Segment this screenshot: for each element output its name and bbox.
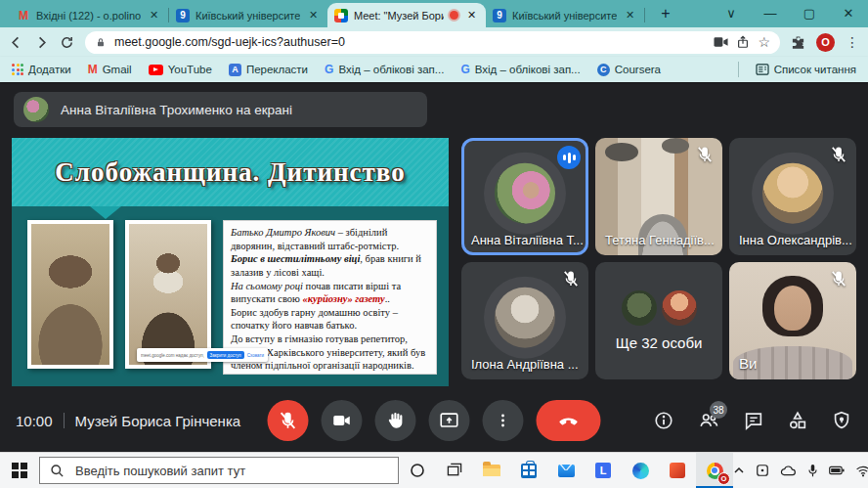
bookmark-label: Перекласти [246,64,308,75]
translate-icon: A [229,64,241,76]
browser-menu-icon[interactable]: ⋮ [846,34,859,50]
tab-gmail[interactable]: M Вхідні (122) - o.polinok@k ✕ [10,3,168,27]
youtube-icon [149,65,163,75]
meeting-details-icon[interactable] [653,410,674,431]
bookmark-label: Додатки [28,64,71,75]
tab-university-1[interactable]: 9 Київський університет ім ✕ [169,3,327,27]
profile-avatar[interactable]: O [816,33,835,52]
meeting-meta: 10:00 Музей Бориса Грінченка [16,413,240,429]
participants-icon[interactable]: 38 [697,410,720,431]
bookmarks-divider [738,62,739,77]
bookmark-apps[interactable]: Додатки [12,64,71,75]
participant-tile-ilona[interactable]: Ілона Андріївна ... [461,262,588,379]
start-button[interactable] [0,453,39,488]
windows-logo-icon [12,463,27,478]
bookmark-label: Вхід – облікові зап... [338,64,444,75]
task-view-button[interactable] [436,453,473,488]
tab-close-icon[interactable]: ✕ [623,8,637,22]
meeting-name: Музей Бориса Грінченка [75,413,241,429]
wifi-icon[interactable] [855,465,868,477]
stage: Слобожанщина. Дитинство Батько Дмитро Як… [12,138,856,386]
battery-icon[interactable] [829,466,845,475]
overflow-content: Ще 32 особи [595,262,722,379]
participant-tile-anna[interactable]: Анна Віталіївна Т... [461,138,588,255]
meta-divider [64,413,65,428]
mail-app-icon[interactable] [547,453,585,488]
raise-hand-button[interactable] [375,400,416,441]
tab-close-icon[interactable]: ✕ [147,8,161,22]
chrome-profile-badge: O [717,472,730,485]
tab-university-2[interactable]: 9 Київський університет ім ✕ [486,3,644,27]
office-icon[interactable] [659,453,696,488]
taskbar-search[interactable] [39,457,399,484]
chrome-taskbar-icon[interactable]: O [696,453,733,488]
host-controls-icon[interactable] [831,410,852,431]
extensions-icon[interactable] [791,35,805,50]
more-options-button[interactable] [483,400,524,441]
bookmark-star-icon[interactable]: ☆ [758,35,770,49]
participant-tile-self[interactable]: Ви [729,262,856,379]
camera-toggle-button[interactable] [322,400,363,441]
bookmark-translate[interactable]: A Перекласти [229,64,308,76]
participants-count-badge: 38 [710,401,727,419]
l-app-icon[interactable]: L [585,453,622,488]
mic-off-icon [829,269,848,288]
bookmark-google-signin-1[interactable]: G Вхід – облікові зап... [325,63,444,76]
browser-toolbar: meet.google.com/sgd-uejk-ics?authuser=0 … [0,27,868,57]
share-icon[interactable] [736,35,750,49]
tab-title: Київський університет ім [195,10,300,22]
hidden-icons-chevron[interactable] [733,466,745,475]
chat-icon[interactable] [743,410,764,431]
bookmark-label: Gmail [103,64,132,75]
search-input[interactable] [73,463,388,479]
participant-tile-overflow[interactable]: Ще 32 особи [595,262,722,379]
tab-close-icon[interactable]: ✕ [464,8,479,22]
avatar [662,290,697,326]
end-call-button[interactable] [537,400,601,441]
stop-sharing-button: Закрити доступ [207,351,244,359]
microsoft-store-icon[interactable] [510,453,547,488]
close-window-button[interactable]: ✕ [829,0,868,27]
url-bar[interactable]: meet.google.com/sgd-uejk-ics?authuser=0 … [85,31,780,54]
slide-header-notch [90,206,121,219]
edge-icon[interactable] [622,453,659,488]
cortana-button[interactable] [399,453,436,488]
tray-mic-icon[interactable] [807,464,818,477]
maximize-button[interactable]: ▢ [790,0,829,27]
reload-icon[interactable] [60,35,74,50]
avatar-ring [484,153,566,235]
new-tab-button[interactable]: + [653,1,678,26]
reading-list-icon [756,64,769,75]
mic-toggle-button[interactable] [268,400,309,441]
bookmark-gmail[interactable]: M Gmail [88,63,132,76]
participant-tile-tetiana[interactable]: Тетяна Геннадіїв... [595,138,722,255]
bookmark-label: YouTube [168,64,212,75]
tab-title: Вхідні (122) - o.polinok@k [36,10,141,22]
tab-search-icon[interactable]: ∨ [712,0,751,27]
bookmark-youtube[interactable]: YouTube [149,64,212,75]
tab-title: Київський університет ім [512,10,617,22]
avatar [622,290,657,326]
presenter-avatar [23,97,49,122]
share-bar-message: meet.google.com надає доступ до вашого е… [141,353,204,358]
bookmark-coursera[interactable]: C Coursera [597,64,661,76]
tab-close-icon[interactable]: ✕ [306,8,321,22]
tab-meet-active[interactable]: Meet: "Музей Бориса ✕ [327,3,486,27]
forward-icon[interactable] [34,35,49,50]
minimize-button[interactable]: — [751,0,790,27]
present-screen-button[interactable] [429,400,470,441]
presentation-tile[interactable]: Слобожанщина. Дитинство Батько Дмитро Як… [12,138,449,386]
participant-tile-inna[interactable]: Інна Олександрів... [729,138,856,255]
tray-app-icon[interactable] [756,464,769,477]
camera-in-use-icon[interactable] [714,36,728,48]
coursera-icon: C [597,64,610,76]
onedrive-cloud-icon[interactable] [780,465,797,476]
google-icon: G [460,63,469,76]
url-text[interactable]: meet.google.com/sgd-uejk-ics?authuser=0 [114,35,706,49]
mic-off-icon [695,145,715,164]
back-icon[interactable] [9,35,23,50]
bookmark-google-signin-2[interactable]: G Вхід – облікові зап... [460,63,580,76]
reading-list-button[interactable]: Список читання [756,64,856,75]
file-explorer-icon[interactable] [473,453,510,488]
activities-icon[interactable] [787,410,808,431]
